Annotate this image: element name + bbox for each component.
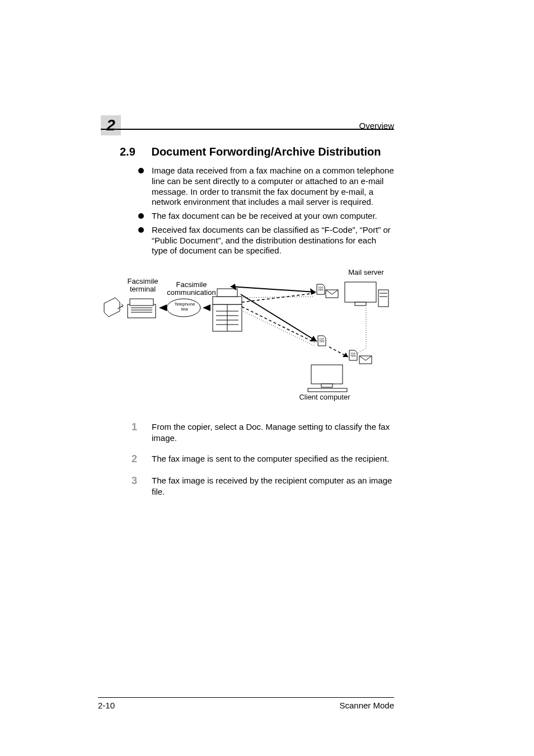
footer-mode: Scanner Mode [339, 701, 394, 710]
step-text: The fax image is sent to the computer sp… [152, 453, 394, 465]
mail-server-icon [345, 282, 388, 307]
svg-rect-33 [311, 365, 343, 384]
svg-line-24 [243, 311, 315, 346]
dotted-arrow [243, 297, 315, 346]
header-label: Overview [359, 121, 394, 130]
bullet-icon [138, 168, 144, 173]
envelope-icon [326, 290, 338, 298]
bullet-icon [138, 227, 144, 233]
chapter-badge: 2 [101, 115, 121, 135]
svg-line-21 [242, 293, 315, 302]
svg-rect-10 [217, 289, 237, 297]
file-badge-text: PDFTIFF [317, 287, 325, 292]
step-number: 3 [132, 475, 142, 497]
fax-machine-icon [128, 299, 156, 318]
svg-rect-0 [128, 304, 156, 318]
bullet-item: Received fax documents can be classified… [138, 225, 394, 256]
bullet-text: The fax document can be be received at y… [152, 211, 394, 222]
chapter-number: 2 [106, 116, 115, 134]
footer-rule [98, 697, 394, 698]
dotted-link [357, 308, 366, 354]
header-rule [101, 129, 394, 130]
svg-line-32 [357, 348, 366, 354]
svg-line-16 [231, 287, 316, 292]
step-text: From the copier, select a Doc. Manage se… [152, 421, 394, 443]
label-client-computer: Client computer [291, 393, 358, 401]
svg-rect-35 [308, 388, 347, 392]
svg-rect-26 [355, 302, 366, 306]
svg-rect-34 [321, 384, 332, 387]
file-badge-text: PDFTIFF [318, 338, 326, 343]
solid-arrow [241, 294, 317, 341]
step-number: 2 [132, 453, 142, 465]
step-item: 2 The fax image is sent to the computer … [132, 453, 394, 465]
svg-rect-25 [345, 282, 376, 302]
step-item: 3 The fax image is received by the recip… [132, 475, 394, 497]
label-facsimile-communication: Facsimilecommunication [163, 281, 219, 297]
bullet-text: Received fax documents can be classified… [152, 225, 394, 256]
section-title: Document Forwording/Archive Distribution [151, 145, 381, 158]
diagram: Facsimileterminal Facsimilecommunication… [103, 257, 388, 403]
file-badge-text: PDFTIFF [349, 353, 357, 358]
step-item: 1 From the copier, select a Doc. Manage … [132, 421, 394, 443]
svg-rect-1 [130, 299, 153, 306]
label-telephone-line: Telephoneline [169, 302, 200, 312]
arrow-icon [159, 304, 167, 311]
bullet-list: Image data received from a fax machine o… [138, 162, 394, 256]
client-computer-icon [308, 365, 347, 392]
step-list: 1 From the copier, select a Doc. Manage … [132, 411, 394, 497]
bullet-icon [138, 213, 144, 219]
arrow-icon [203, 304, 210, 311]
solid-arrow [231, 284, 316, 295]
svg-line-22 [242, 307, 315, 342]
bullet-text: Image data received from a fax machine o… [152, 166, 394, 208]
svg-rect-27 [378, 290, 388, 307]
step-number: 1 [132, 421, 142, 443]
svg-line-19 [241, 294, 317, 341]
bullet-item: The fax document can be be received at y… [138, 211, 394, 222]
envelope-icon [359, 356, 372, 364]
svg-rect-9 [213, 297, 242, 304]
document-icon [104, 298, 123, 317]
section-heading: 2.9 Document Forwording/Archive Distribu… [120, 145, 394, 158]
footer-page-number: 2-10 [98, 701, 115, 710]
label-facsimile-terminal: Facsimileterminal [123, 278, 162, 294]
svg-marker-7 [203, 304, 210, 311]
label-mail-server: Mail server [341, 269, 391, 276]
svg-marker-5 [159, 304, 167, 311]
section-number: 2.9 [120, 145, 149, 158]
bullet-item: Image data received from a fax machine o… [138, 166, 394, 208]
step-text: The fax image is received by the recipie… [152, 475, 394, 497]
svg-marker-17 [310, 288, 316, 295]
